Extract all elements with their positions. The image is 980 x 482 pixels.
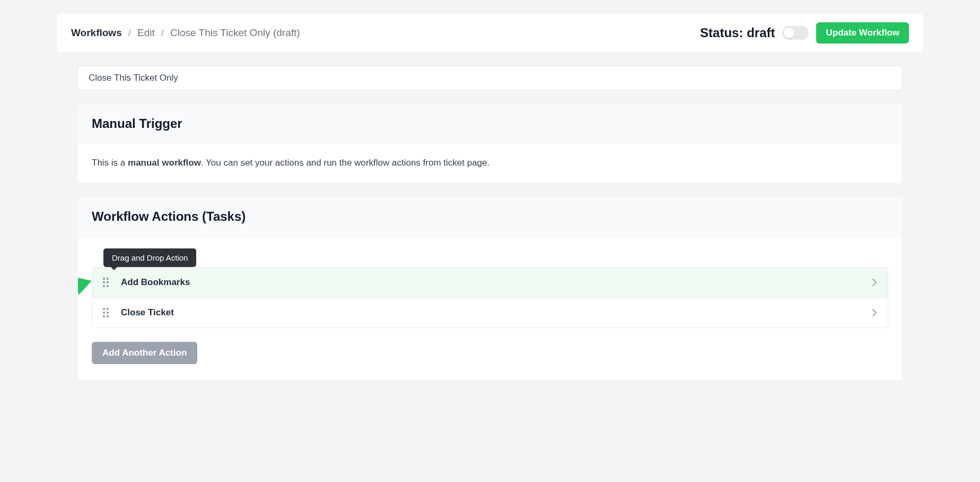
update-workflow-button[interactable]: Update Workflow [816,22,909,44]
status-label: Status: draft [700,25,775,40]
drag-drop-tooltip: Drag and Drop Action [103,248,196,267]
action-row-add-bookmarks[interactable]: Add Bookmarks [92,268,888,297]
trigger-card: Manual Trigger This is a manual workflow… [77,104,903,183]
breadcrumb-root[interactable]: Workflows [71,27,122,39]
trigger-card-body: This is a manual workflow. You can set y… [78,143,902,183]
breadcrumb-current: Close This Ticket Only (draft) [170,27,300,39]
header-bar: Workflows / Edit / Close This Ticket Onl… [57,14,923,52]
drag-handle-icon[interactable] [103,277,110,288]
status-toggle[interactable] [782,26,809,40]
breadcrumb-separator: / [128,27,131,39]
status-prefix: Status: [700,25,743,40]
trigger-card-title: Manual Trigger [78,105,902,143]
action-label: Add Bookmarks [121,277,872,288]
svg-marker-0 [77,277,92,295]
header-right: Status: draft Update Workflow [700,22,909,44]
chevron-right-icon [872,308,877,317]
actions-card: Workflow Actions (Tasks) Drag and Drop A… [77,197,903,381]
action-list: Add Bookmarks Close Ticket [92,267,888,328]
add-another-action-button[interactable]: Add Another Action [92,342,197,364]
breadcrumb-edit[interactable]: Edit [137,27,155,39]
trigger-desc-suffix: . You can set your actions and run the w… [201,158,489,168]
action-label: Close Ticket [121,307,872,318]
trigger-desc-prefix: This is a [92,158,128,168]
toggle-knob [784,28,794,38]
chevron-right-icon [872,278,877,287]
breadcrumb-separator: / [161,27,164,39]
actions-card-title: Workflow Actions (Tasks) [78,197,902,236]
action-row-close-ticket[interactable]: Close Ticket [92,297,888,328]
trigger-desc-bold: manual workflow [128,158,201,168]
breadcrumb: Workflows / Edit / Close This Ticket Onl… [71,27,300,39]
actions-card-body: Drag and Drop Action Add Bookmarks [78,236,902,380]
workflow-name-input[interactable] [77,66,903,90]
status-value: draft [747,25,775,40]
drag-handle-icon[interactable] [103,307,110,318]
